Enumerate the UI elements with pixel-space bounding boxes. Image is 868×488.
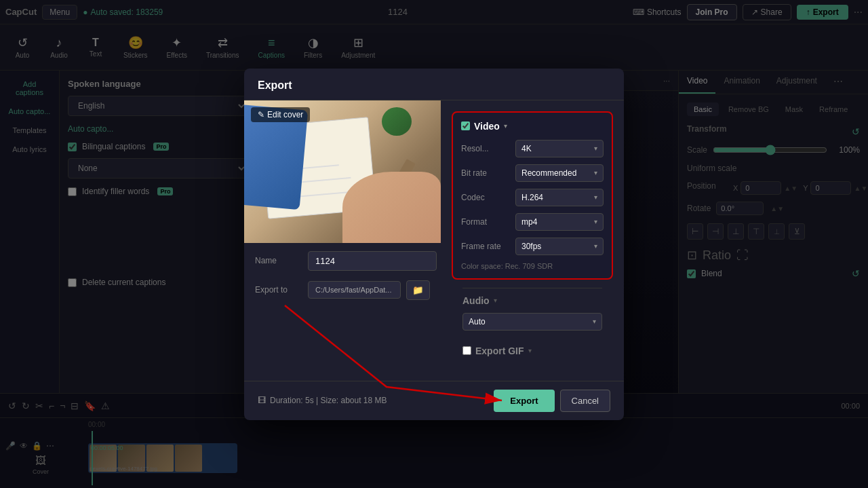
gif-section: Export GIF ▾ bbox=[452, 345, 613, 370]
format-select[interactable]: mp4 ▾ bbox=[515, 213, 604, 231]
codec-row: Codec H.264 ▾ bbox=[461, 189, 604, 206]
export-button[interactable]: Export bbox=[494, 390, 554, 412]
name-section: Name Export to C:/Users/fast/AppDat... 📁 bbox=[244, 243, 441, 318]
resolution-arrow: ▾ bbox=[594, 145, 597, 152]
export-dialog: Export bbox=[244, 69, 624, 420]
gif-checkbox[interactable] bbox=[462, 346, 471, 355]
name-label: Name bbox=[255, 256, 302, 265]
resolution-select[interactable]: 4K ▾ bbox=[515, 140, 604, 157]
name-field-row: Name bbox=[255, 251, 430, 271]
audio-label: Audio bbox=[462, 295, 490, 306]
dialog-body: ✎ Edit cover Name Export to C:/Users/fas… bbox=[244, 100, 624, 381]
video-section: Video ▾ Resol... 4K ▾ Bit rate Recommen bbox=[452, 111, 613, 280]
video-header: Video ▾ bbox=[461, 121, 604, 132]
dialog-settings: Video ▾ Resol... 4K ▾ Bit rate Recommen bbox=[441, 100, 624, 381]
export-to-row: Export to C:/Users/fast/AppDat... 📁 bbox=[255, 280, 430, 300]
video-checkbox[interactable] bbox=[461, 121, 470, 130]
bitrate-arrow: ▾ bbox=[594, 169, 597, 176]
bitrate-label: Bit rate bbox=[461, 168, 515, 178]
dialog-cover: ✎ Edit cover Name Export to C:/Users/fas… bbox=[244, 100, 441, 381]
gif-label: Export GIF bbox=[475, 345, 524, 356]
export-to-label: Export to bbox=[255, 285, 302, 295]
resolution-label: Resol... bbox=[461, 144, 515, 153]
audio-select[interactable]: Auto ▾ bbox=[462, 313, 602, 331]
video-arrow: ▾ bbox=[504, 122, 507, 130]
export-dialog-overlay: Export bbox=[0, 0, 868, 488]
codec-select[interactable]: H.264 ▾ bbox=[515, 189, 604, 206]
codec-label: Codec bbox=[461, 193, 515, 202]
gif-header: Export GIF ▾ bbox=[462, 345, 602, 356]
resolution-row: Resol... 4K ▾ bbox=[461, 140, 604, 157]
hands bbox=[342, 172, 441, 243]
format-row: Format mp4 ▾ bbox=[461, 213, 604, 231]
folder-button[interactable]: 📁 bbox=[406, 280, 430, 300]
cancel-button[interactable]: Cancel bbox=[560, 390, 610, 412]
audio-setting-row: Auto ▾ bbox=[462, 313, 602, 331]
dialog-footer: 🎞 Duration: 5s | Size: about 18 MB Expor… bbox=[244, 381, 624, 420]
edit-icon: ✎ bbox=[258, 110, 264, 119]
dialog-title: Export bbox=[244, 69, 624, 100]
cover-image: ✎ Edit cover bbox=[244, 100, 441, 243]
framerate-arrow: ▾ bbox=[594, 242, 597, 250]
framerate-row: Frame rate 30fps ▾ bbox=[461, 238, 604, 255]
gif-arrow: ▾ bbox=[528, 347, 532, 354]
audio-section: Audio ▾ Auto ▾ bbox=[452, 288, 613, 345]
edit-cover-button[interactable]: ✎ Edit cover bbox=[251, 107, 310, 122]
footer-buttons: Export Cancel bbox=[494, 390, 610, 412]
codec-arrow: ▾ bbox=[594, 193, 597, 201]
audio-select-arrow: ▾ bbox=[593, 318, 596, 325]
framerate-select[interactable]: 30fps ▾ bbox=[515, 238, 604, 255]
framerate-label: Frame rate bbox=[461, 242, 515, 251]
audio-header: Audio ▾ bbox=[462, 288, 602, 306]
footer-info: 🎞 Duration: 5s | Size: about 18 MB bbox=[258, 396, 387, 405]
color-space-label: Color space: Rec. 709 SDR bbox=[461, 262, 604, 270]
video-label: Video bbox=[474, 121, 500, 132]
name-input[interactable] bbox=[308, 251, 437, 271]
plant bbox=[382, 107, 412, 136]
format-arrow: ▾ bbox=[594, 218, 597, 225]
format-label: Format bbox=[461, 217, 515, 227]
bitrate-row: Bit rate Recommended ▾ bbox=[461, 164, 604, 182]
footer-info-text: Duration: 5s | Size: about 18 MB bbox=[270, 396, 387, 405]
bitrate-select[interactable]: Recommended ▾ bbox=[515, 164, 604, 182]
film-icon: 🎞 bbox=[258, 396, 266, 405]
export-path: C:/Users/fast/AppDat... bbox=[308, 281, 401, 299]
audio-arrow: ▾ bbox=[494, 297, 497, 304]
